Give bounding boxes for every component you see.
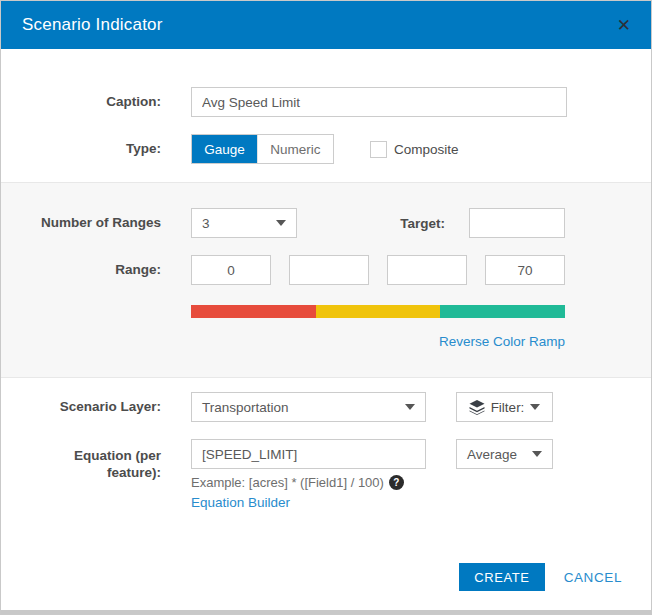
equation-builder-link[interactable]: Equation Builder bbox=[191, 495, 426, 510]
filter-button[interactable]: Filter: bbox=[456, 392, 553, 422]
composite-label: Composite bbox=[394, 142, 459, 157]
scenario-indicator-dialog: Scenario Indicator ✕ Caption: Type: Gaug… bbox=[0, 0, 652, 615]
scenario-layer-label: Scenario Layer: bbox=[1, 399, 161, 416]
equation-input[interactable] bbox=[191, 439, 426, 469]
filter-label: Filter: bbox=[491, 400, 525, 415]
range-row: Range: bbox=[1, 255, 565, 285]
dialog-header: Scenario Indicator ✕ bbox=[1, 1, 651, 49]
range-label: Range: bbox=[1, 262, 161, 279]
chevron-down-icon bbox=[276, 220, 286, 226]
target-group: Target: bbox=[400, 208, 565, 238]
ranges-section: Number of Ranges 3 Target: Range: bbox=[1, 182, 651, 378]
range-input-3[interactable] bbox=[387, 255, 467, 285]
caption-row: Caption: bbox=[1, 87, 651, 117]
type-row: Type: Gauge Numeric Composite bbox=[1, 134, 651, 164]
chevron-down-icon bbox=[530, 404, 540, 410]
layers-icon bbox=[469, 400, 485, 415]
equation-row: Equation (per feature): Example: [acres]… bbox=[1, 439, 651, 510]
number-of-ranges-label: Number of Ranges bbox=[1, 215, 161, 232]
composite-checkbox[interactable] bbox=[370, 141, 387, 158]
ramp-segment-yellow bbox=[316, 305, 441, 318]
help-icon[interactable]: ? bbox=[389, 475, 404, 490]
type-toggle-group: Gauge Numeric bbox=[191, 134, 334, 164]
aggregation-value: Average bbox=[467, 447, 532, 462]
type-numeric-button[interactable]: Numeric bbox=[257, 135, 333, 163]
color-ramp-row bbox=[1, 305, 565, 318]
chevron-down-icon bbox=[405, 404, 415, 410]
dialog-footer: CREATE CANCEL bbox=[1, 563, 651, 591]
page-bottom-edge bbox=[1, 610, 651, 614]
type-gauge-button[interactable]: Gauge bbox=[192, 135, 257, 163]
target-label: Target: bbox=[400, 216, 445, 231]
scenario-layer-select[interactable]: Transportation bbox=[191, 392, 426, 422]
number-of-ranges-row: Number of Ranges 3 Target: bbox=[1, 208, 565, 238]
range-input-4[interactable] bbox=[485, 255, 565, 285]
equation-example: Example: [acres] * ([Field1] / 100) ? bbox=[191, 475, 426, 490]
scenario-layer-row: Scenario Layer: Transportation Filter: bbox=[1, 392, 651, 422]
cancel-button[interactable]: CANCEL bbox=[564, 570, 622, 585]
caption-input[interactable] bbox=[191, 87, 567, 117]
target-input[interactable] bbox=[469, 208, 565, 238]
caption-label: Caption: bbox=[1, 94, 161, 111]
reverse-color-ramp-link[interactable]: Reverse Color Ramp bbox=[439, 335, 565, 349]
create-button[interactable]: CREATE bbox=[459, 563, 544, 591]
range-input-1[interactable] bbox=[191, 255, 271, 285]
reverse-color-ramp-row: Reverse Color Ramp bbox=[1, 335, 565, 349]
chevron-down-icon bbox=[532, 451, 542, 457]
range-input-2[interactable] bbox=[289, 255, 369, 285]
composite-option: Composite bbox=[370, 141, 459, 158]
ramp-segment-green bbox=[440, 305, 565, 318]
equation-example-text: Example: [acres] * ([Field1] / 100) bbox=[191, 475, 384, 490]
color-ramp bbox=[191, 305, 565, 318]
range-inputs bbox=[191, 255, 565, 285]
number-of-ranges-select[interactable]: 3 bbox=[191, 208, 297, 238]
close-icon[interactable]: ✕ bbox=[617, 17, 631, 34]
type-label: Type: bbox=[1, 141, 161, 158]
scenario-layer-value: Transportation bbox=[202, 400, 405, 415]
number-of-ranges-value: 3 bbox=[202, 216, 276, 231]
equation-label: Equation (per feature): bbox=[1, 439, 161, 482]
ramp-segment-red bbox=[191, 305, 316, 318]
aggregation-select[interactable]: Average bbox=[456, 439, 553, 469]
dialog-title: Scenario Indicator bbox=[22, 15, 163, 35]
equation-cell: Example: [acres] * ([Field1] / 100) ? Eq… bbox=[191, 439, 426, 510]
